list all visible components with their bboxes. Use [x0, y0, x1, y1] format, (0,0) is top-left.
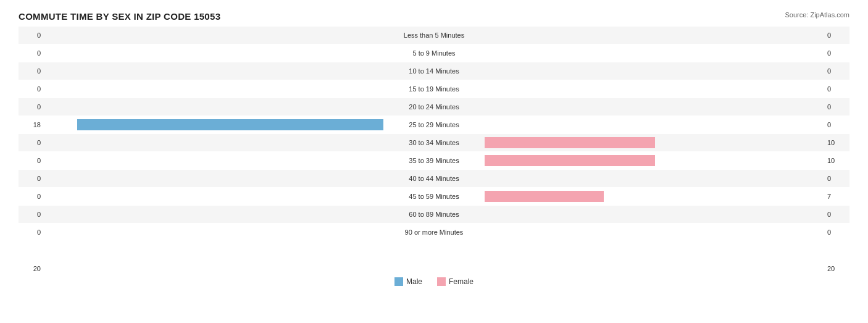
male-value: 0 — [19, 85, 43, 93]
legend-female: Female — [437, 277, 474, 286]
chart-row: 040 to 44 Minutes0 — [19, 170, 849, 187]
male-legend-box — [394, 277, 403, 286]
male-value: 0 — [19, 211, 43, 218]
row-label: 20 to 24 Minutes — [385, 103, 483, 111]
row-label: 25 to 29 Minutes — [385, 121, 483, 128]
female-value: 0 — [825, 211, 849, 218]
source-label: Source: ZipAtlas.com — [785, 11, 849, 19]
male-legend-label: Male — [406, 277, 422, 286]
female-value: 0 — [825, 229, 849, 236]
female-value: 0 — [825, 67, 849, 75]
chart-row: 060 to 89 Minutes0 — [19, 206, 849, 223]
chart-row: 035 to 39 Minutes10 — [19, 152, 849, 169]
female-bar — [485, 155, 655, 166]
female-value: 10 — [825, 139, 849, 146]
female-value: 0 — [825, 49, 849, 57]
chart-row: 030 to 34 Minutes10 — [19, 134, 849, 151]
male-value: 0 — [19, 193, 43, 200]
chart-container: COMMUTE TIME BY SEX IN ZIP CODE 15053 So… — [0, 0, 868, 323]
female-value: 0 — [825, 103, 849, 111]
row-label: 10 to 14 Minutes — [385, 67, 483, 75]
female-value: 7 — [825, 193, 849, 200]
row-label: 5 to 9 Minutes — [385, 49, 483, 57]
female-value: 10 — [825, 157, 849, 164]
chart-title: COMMUTE TIME BY SEX IN ZIP CODE 15053 — [19, 11, 849, 22]
row-label: 60 to 89 Minutes — [385, 211, 483, 218]
chart-row: 0Less than 5 Minutes0 — [19, 27, 849, 44]
female-value: 0 — [825, 121, 849, 128]
axis-left-label: 20 — [19, 265, 43, 272]
chart-row: 015 to 19 Minutes0 — [19, 80, 849, 98]
row-label: Less than 5 Minutes — [385, 31, 483, 39]
male-value: 0 — [19, 49, 43, 57]
legend-male: Male — [394, 277, 422, 286]
male-bar — [77, 119, 383, 130]
chart-row: 045 to 59 Minutes7 — [19, 188, 849, 205]
male-value: 0 — [19, 139, 43, 146]
axis-right-label: 20 — [825, 265, 849, 272]
male-value: 0 — [19, 31, 43, 39]
female-bar — [485, 137, 655, 148]
row-label: 90 or more Minutes — [385, 229, 483, 236]
legend: Male Female — [19, 277, 849, 286]
row-label: 35 to 39 Minutes — [385, 157, 483, 164]
male-value: 0 — [19, 175, 43, 182]
female-legend-label: Female — [449, 277, 474, 286]
chart-row: 05 to 9 Minutes0 — [19, 44, 849, 62]
row-label: 30 to 34 Minutes — [385, 139, 483, 146]
female-legend-box — [437, 277, 446, 286]
female-value: 0 — [825, 31, 849, 39]
chart-row: 1825 to 29 Minutes0 — [19, 116, 849, 133]
female-value: 0 — [825, 85, 849, 93]
female-bar — [485, 191, 604, 202]
row-label: 45 to 59 Minutes — [385, 193, 483, 200]
row-label: 15 to 19 Minutes — [385, 85, 483, 93]
male-value: 0 — [19, 229, 43, 236]
female-value: 0 — [825, 175, 849, 182]
male-value: 18 — [19, 121, 43, 128]
chart-row: 020 to 24 Minutes0 — [19, 98, 849, 115]
male-value: 0 — [19, 67, 43, 75]
chart-row: 010 to 14 Minutes0 — [19, 62, 849, 80]
row-label: 40 to 44 Minutes — [385, 175, 483, 182]
chart-area: 0Less than 5 Minutes005 to 9 Minutes0010… — [19, 27, 849, 261]
axis-row: 20 20 — [19, 265, 849, 272]
male-value: 0 — [19, 103, 43, 111]
male-value: 0 — [19, 157, 43, 164]
chart-row: 090 or more Minutes0 — [19, 224, 849, 241]
